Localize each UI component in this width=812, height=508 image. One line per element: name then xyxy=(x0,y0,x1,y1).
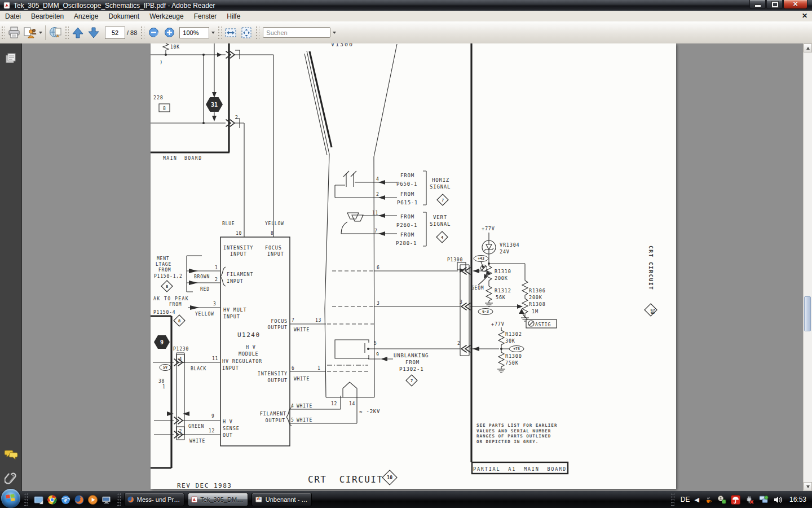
firefox-icon[interactable] xyxy=(74,495,84,505)
restore-icon xyxy=(772,2,778,7)
java-icon[interactable] xyxy=(704,495,713,504)
schematic-label: MODULE xyxy=(239,351,259,357)
network-icon[interactable] xyxy=(759,495,769,505)
schematic-label: INTENSITY xyxy=(223,245,253,251)
keyboard-layout-indicator[interactable]: DE xyxy=(681,496,690,503)
firefox-icon xyxy=(127,495,134,504)
menu-datei[interactable]: Datei xyxy=(0,12,26,21)
close-button[interactable]: ✕ xyxy=(783,0,807,9)
minimize-icon xyxy=(754,5,761,7)
schematic-label: 2 xyxy=(376,192,379,197)
internet-explorer-icon[interactable]: e xyxy=(61,495,70,505)
scrollbar-thumb[interactable] xyxy=(804,296,811,331)
clock[interactable]: 16:53 xyxy=(789,496,806,503)
toolbar-grip[interactable] xyxy=(218,26,222,40)
page-number-input[interactable] xyxy=(105,27,125,39)
schematic-label: BROWN xyxy=(194,274,210,279)
schematic-label: 6 xyxy=(377,265,380,270)
dashed-lines xyxy=(327,271,374,371)
maximize-button[interactable] xyxy=(766,0,783,9)
schematic-label: 24V xyxy=(500,249,510,255)
chrome-icon[interactable] xyxy=(47,495,57,505)
page-total: / 88 xyxy=(127,29,137,36)
schematic-label: OUT xyxy=(223,432,233,438)
document-close-icon[interactable]: ✕ xyxy=(802,12,807,20)
schematic-label: SIGNAL xyxy=(430,221,451,227)
schematic-label: REV DEC 1983 xyxy=(177,482,232,489)
next-page-button[interactable] xyxy=(86,25,101,41)
fit-width-button[interactable] xyxy=(223,25,238,41)
start-button[interactable] xyxy=(1,489,20,508)
schematic-label: ASTIG xyxy=(535,322,551,327)
volume-icon[interactable] xyxy=(773,495,783,505)
schematic-label: +77V xyxy=(491,321,505,327)
menu-bearbeiten[interactable]: Bearbeiten xyxy=(26,12,69,21)
pages-panel-icon[interactable] xyxy=(5,52,17,65)
toolbar-grip[interactable] xyxy=(255,26,259,40)
scroll-down-button[interactable] xyxy=(804,482,812,491)
remote-desktop-icon[interactable] xyxy=(102,495,111,505)
schematic-label: FROM xyxy=(400,214,414,220)
zoom-in-button[interactable] xyxy=(162,25,176,41)
search-dropdown-button[interactable] xyxy=(330,28,338,38)
comments-panel-icon[interactable] xyxy=(5,449,18,460)
scroll-up-icon xyxy=(806,47,810,50)
avira-icon[interactable] xyxy=(731,495,740,505)
schematic-label: HV MULT xyxy=(223,307,246,313)
power-plug-error-icon[interactable] xyxy=(745,495,754,505)
zoom-dropdown-button[interactable] xyxy=(209,28,217,38)
distribute-button[interactable] xyxy=(23,25,42,41)
attachments-panel-icon[interactable] xyxy=(5,471,17,486)
vertical-scrollbar[interactable] xyxy=(803,43,812,491)
toolbar-grip[interactable] xyxy=(65,26,69,40)
schematic-label: LTAGE xyxy=(156,262,171,267)
menu-dokument[interactable]: Dokument xyxy=(103,12,144,21)
previous-page-button[interactable] xyxy=(70,25,85,41)
scroll-up-button[interactable] xyxy=(804,43,812,52)
quickset-icon[interactable] xyxy=(717,495,726,504)
schematic-label: 1 xyxy=(317,366,321,371)
menu-anzeige[interactable]: Anzeige xyxy=(69,12,103,21)
show-desktop-icon[interactable] xyxy=(34,495,43,505)
schematic-label: FROM xyxy=(169,302,182,307)
hidden-icons-chevron[interactable]: ◀ xyxy=(695,496,699,503)
schematic-label: WHITE xyxy=(294,327,310,332)
toolbar-grip[interactable] xyxy=(140,26,144,40)
menu-fenster[interactable]: Fenster xyxy=(189,12,222,21)
title-bar[interactable]: Tek_305_DMM_Oscilloscope_Schematics_IPB.… xyxy=(0,0,812,11)
schematic-label: P1302-1 xyxy=(399,366,424,372)
zoom-out-button[interactable] xyxy=(146,25,161,41)
schematic-label: 6 xyxy=(292,366,295,371)
schematic-label: P280-1 xyxy=(396,240,417,246)
schematic-label: 9 xyxy=(211,414,215,419)
document-pane[interactable]: V130010K)228MAIN BOARD2BLUE10YELLOW8INTE… xyxy=(22,43,803,491)
schematic-label: FROM xyxy=(158,268,171,273)
schematic-label: 2 xyxy=(215,277,218,282)
vr1304-zener-symbol xyxy=(482,240,496,254)
print-button[interactable] xyxy=(7,25,21,41)
share-icon xyxy=(48,26,63,40)
schematic-label: INPUT xyxy=(267,251,284,257)
menu-werkzeuge[interactable]: Werkzeuge xyxy=(144,12,188,21)
zoom-level-input[interactable]: 100% xyxy=(179,27,209,38)
schematic-label: U1240 xyxy=(237,331,261,339)
schematic-label: YELLOW xyxy=(195,312,214,317)
zoom-in-icon xyxy=(164,27,175,38)
scroll-down-icon xyxy=(806,485,810,488)
taskbar-task-firefox[interactable]: Mess- und Prüfgerä... xyxy=(124,493,184,506)
minimize-button[interactable] xyxy=(749,0,766,9)
schematic-label: FROM xyxy=(400,232,414,238)
schematic-label: 8 xyxy=(271,231,274,236)
menu-hilfe[interactable]: Hilfe xyxy=(222,12,245,21)
zoom-level-value: 100% xyxy=(183,29,198,36)
search-input[interactable] xyxy=(263,27,330,38)
schematic-label: INPUT xyxy=(222,365,239,371)
taskbar-task-adobe-reader[interactable]: Tek_305_DMM_Osci... xyxy=(188,493,248,506)
taskbar-task-paint[interactable]: Unbenannt - Paint xyxy=(251,493,312,506)
fit-page-button[interactable] xyxy=(239,25,254,41)
share-button[interactable] xyxy=(48,25,63,41)
schematic-label: 14 xyxy=(349,401,355,406)
schematic-label: P1150-4 xyxy=(153,310,175,315)
toolbar-grip[interactable] xyxy=(1,26,5,40)
media-player-icon[interactable] xyxy=(88,495,98,505)
